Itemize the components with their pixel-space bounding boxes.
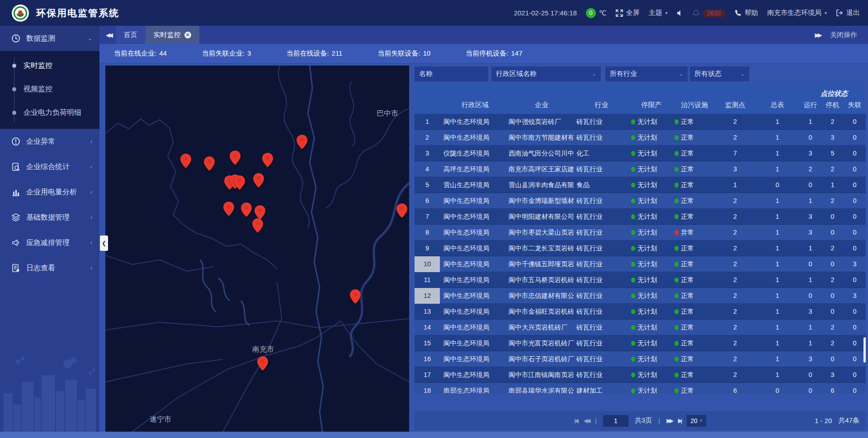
sidebar-subitem-企业电力负荷明细[interactable]: 企业电力负荷明细 — [0, 101, 99, 124]
page-number-input[interactable]: 1 — [603, 415, 628, 427]
status-dot — [631, 372, 635, 377]
table-row-13[interactable]: 13阆中生态环境局阆中市金福旺页岩机砖砖瓦行业无计划正常21300 — [415, 304, 866, 320]
status-dot — [631, 214, 635, 219]
table-row-12[interactable]: 12阆中生态环境局阆中市忠信建材有限公砖瓦行业无计划正常21003 — [415, 288, 866, 304]
sidebar-subitem-视频监控[interactable]: 视频监控 — [0, 77, 99, 101]
tab-close-icon[interactable]: ✕ — [184, 32, 191, 38]
table-row-9[interactable]: 9阆中生态环境局阆中市二龙长宝页岩砖砖瓦行业无计划正常21120 — [415, 240, 866, 256]
bottom-strip — [0, 432, 868, 438]
map-panel[interactable]: 巴中市南充市遂宁市 — [105, 66, 409, 432]
table-row-18[interactable]: 18南部生态环境局南部县瑞华水泥有限公建材加工无计划正常60060 — [415, 383, 866, 393]
chevron-down-icon: ▾ — [825, 10, 827, 15]
map-pin-10[interactable] — [241, 203, 252, 217]
first-page-button[interactable]: |◀ — [574, 417, 577, 424]
table-row-16[interactable]: 16阆中生态环境局阆中市石子页岩机砖厂砖瓦行业无计划正常21300 — [415, 351, 866, 367]
sidebar-item-企业异常[interactable]: 企业异常‹ — [0, 129, 99, 154]
cell-running: 1 — [799, 245, 821, 252]
bar-chart-icon — [11, 188, 21, 197]
status-dot — [675, 278, 679, 283]
tab-home[interactable]: 首页 — [116, 26, 146, 44]
last-page-button[interactable]: ▶| — [678, 417, 680, 424]
theme-dropdown[interactable]: 主题 ▾ — [649, 9, 668, 17]
prev-page-button[interactable]: ◀◀ — [583, 417, 589, 424]
cell-region: 阆中生态环境局 — [440, 212, 507, 221]
help-button[interactable]: 帮助 — [735, 9, 758, 17]
sidebar: 数据监测⌄实时监控视频监控企业电力负荷明细企业异常‹企业综合统计‹企业用电量分析… — [0, 26, 99, 432]
sidebar-subitem-实时监控[interactable]: 实时监控 — [0, 54, 99, 77]
map-pin-3[interactable] — [262, 153, 273, 167]
close-operations-button[interactable]: 关闭操作 — [830, 31, 857, 39]
mute-button[interactable] — [677, 10, 684, 16]
table-row-6[interactable]: 6阆中生态环境局阆中市金博瑞新型墙材砖瓦行业无计划正常21120 — [415, 193, 866, 209]
cell-region: 阆中生态环境局 — [440, 260, 507, 268]
table-row-1[interactable]: 1阆中生态环境局阆中强锐页岩砖厂砖瓦行业无计划正常21120 — [415, 114, 866, 130]
table-row-5[interactable]: 5营山生态环境局营山县润丰肉食品有限食品无计划正常10010 — [415, 177, 866, 193]
map-pin-11[interactable] — [255, 205, 265, 220]
cell-industry: 砖瓦行业 — [575, 197, 627, 205]
cell-limit-status: 无计划 — [627, 133, 672, 142]
cell-company: 阆中千佛镇五郎垭页岩 — [507, 260, 575, 268]
total-label: 共47条 — [838, 416, 859, 425]
cell-industry: 食品 — [575, 181, 627, 189]
chevron-down-icon: ⌄ — [88, 35, 92, 42]
region-select[interactable]: 行政区域名称 ⌄ — [491, 66, 601, 81]
cell-running: 2 — [799, 165, 821, 173]
status-select[interactable]: 所有状态 ⌄ — [690, 66, 749, 81]
map-pin-0[interactable] — [180, 154, 191, 168]
map-pin-4[interactable] — [297, 135, 307, 149]
cell-points: 2 — [715, 134, 755, 141]
map-pin-15[interactable] — [257, 356, 268, 371]
table-row-3[interactable]: 3仪陇生态环境局西南油气田分公司川中化工无计划正常71350 — [415, 146, 866, 161]
cell-region: 南部生态环境局 — [440, 386, 507, 394]
sidebar-item-数据监测[interactable]: 数据监测⌄ — [0, 26, 99, 51]
table-row-17[interactable]: 17阆中生态环境局阆中市江南镇阆南页岩砖瓦行业无计划正常21030 — [415, 367, 866, 383]
map-pin-9[interactable] — [223, 202, 234, 216]
table-row-4[interactable]: 4高坪生态环境局南充市高坪区王家店建砖瓦行业无计划正常31220 — [415, 161, 866, 177]
cell-running: 1 — [799, 339, 821, 347]
cell-industry: 砖瓦行业 — [575, 228, 627, 237]
sidebar-item-基础数据管理[interactable]: 基础数据管理‹ — [0, 205, 99, 230]
exit-button[interactable]: 退出 — [836, 9, 860, 17]
map-pin-8[interactable] — [253, 173, 264, 188]
table-row-11[interactable]: 11阆中生态环境局阆中市五马桥页岩机砖砖瓦行业无计划正常21120 — [415, 272, 866, 288]
table-scrollbar[interactable] — [863, 337, 866, 363]
tab-scroll-right-button[interactable]: ▶▶ — [815, 32, 820, 38]
next-page-button[interactable]: ▶▶ — [666, 417, 672, 424]
notifications-button[interactable]: 2632 — [693, 9, 726, 17]
sidebar-collapse-handle[interactable]: ❮ — [100, 235, 108, 251]
col-offline: 失联 — [844, 101, 866, 109]
name-search-input[interactable]: 名称 — [415, 66, 488, 81]
table-row-2[interactable]: 2阆中生态环境局阆中市南方节能建材有砖瓦行业无计划正常21030 — [415, 130, 866, 146]
map-pin-13[interactable] — [396, 203, 407, 218]
organization-dropdown[interactable]: 南充市生态环境局 ▾ — [767, 9, 827, 17]
page-size-select[interactable]: 20 ˅ — [687, 415, 706, 427]
map-pin-7[interactable] — [234, 175, 245, 190]
cell-running: 0 — [799, 134, 821, 141]
sidebar-item-日志查看[interactable]: 日志查看‹ — [0, 255, 99, 281]
cell-industry: 砖瓦行业 — [575, 260, 627, 268]
sidebar-item-企业用电量分析[interactable]: 企业用电量分析‹ — [0, 179, 99, 205]
map-pin-14[interactable] — [350, 289, 361, 304]
map-pin-2[interactable] — [230, 151, 241, 165]
table-row-7[interactable]: 7阆中生态环境局阆中明阳建材有限公司砖瓦行业无计划正常21300 — [415, 209, 866, 225]
industry-select[interactable]: 所有行业 ⌄ — [605, 66, 688, 81]
row-index: 2 — [415, 134, 440, 141]
sidebar-item-企业综合统计[interactable]: 企业综合统计‹ — [0, 154, 99, 179]
cell-industry: 砖瓦行业 — [575, 323, 627, 332]
map-pin-1[interactable] — [204, 156, 215, 171]
table-row-8[interactable]: 8阆中生态环境局阆中市枣碧大梁山页岩砖瓦行业无计划异常21300 — [415, 225, 866, 240]
table-row-10[interactable]: 10阆中生态环境局阆中千佛镇五郎垭页岩砖瓦行业无计划正常21003 — [415, 256, 866, 272]
status-dot — [675, 325, 679, 330]
table-row-14[interactable]: 14阆中生态环境局阆中大兴页岩机砖厂砖瓦行业无计划正常21120 — [415, 320, 866, 335]
map-pin-12[interactable] — [252, 218, 263, 233]
cell-points: 2 — [715, 339, 755, 347]
tab-realtime-monitor[interactable]: 实时监控 ✕ — [146, 26, 199, 44]
logout-icon — [836, 9, 843, 16]
tab-scroll-left-button[interactable]: ◀◀ — [99, 26, 116, 44]
filter-bar: 名称 行政区域名称 ⌄ 所有行业 ⌄ 所有状态 ⌄ — [415, 66, 866, 81]
cell-points: 2 — [715, 213, 755, 220]
fullscreen-button[interactable]: 全屏 — [616, 9, 640, 17]
table-row-15[interactable]: 15阆中生态环境局阆中市光富页岩机砖厂砖瓦行业无计划正常21120 — [415, 335, 866, 351]
sidebar-item-应急减排管理[interactable]: 应急减排管理‹ — [0, 230, 99, 255]
temperature-indicator: 0 ℃ — [586, 8, 607, 18]
